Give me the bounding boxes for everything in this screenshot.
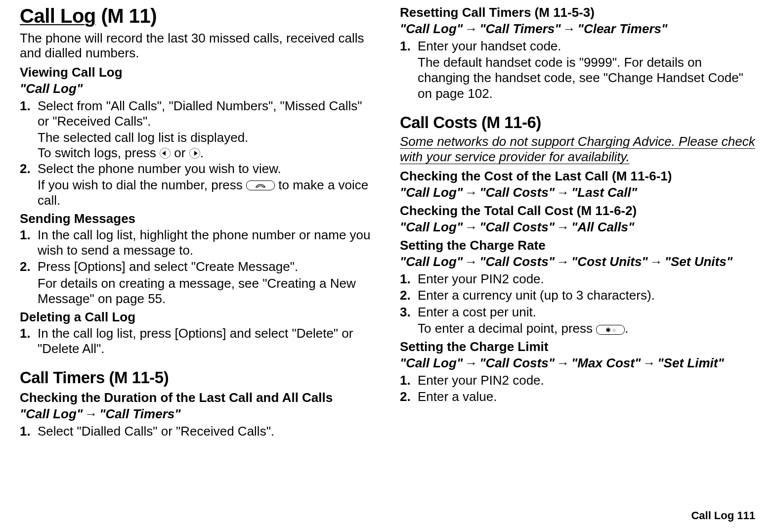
arrow-icon: → xyxy=(557,220,569,234)
intro-text: The phone will record the last 30 missed… xyxy=(20,31,375,61)
nav-rate: "Call Log"→"Call Costs"→"Cost Units"→"Se… xyxy=(400,254,755,269)
arrow-icon: → xyxy=(465,355,477,370)
step: 1. In the call log list, press [Options]… xyxy=(20,326,375,356)
step-sub: The default handset code is "9999". For … xyxy=(418,55,755,101)
heading-viewing: Viewing Call Log xyxy=(20,65,375,80)
step: 1. Enter your PIN2 code. xyxy=(400,373,755,388)
step: 2. Enter a value. xyxy=(400,389,755,404)
heading-rate: Setting the Charge Rate xyxy=(400,238,755,253)
call-key-icon xyxy=(246,180,275,190)
arrow-icon: → xyxy=(557,254,569,269)
step: 2. Enter a currency unit (up to 3 charac… xyxy=(400,288,755,303)
right-column: Resetting Call Timers (M 11-5-3) "Call L… xyxy=(400,5,755,441)
heading-resetting: Resetting Call Timers (M 11-5-3) xyxy=(400,5,755,20)
arrow-icon: → xyxy=(557,185,569,200)
heading-lastcall: Checking the Cost of the Last Call (M 11… xyxy=(400,169,755,184)
arrow-icon: → xyxy=(557,355,569,370)
arrow-icon: → xyxy=(465,254,477,269)
heading-call-timers: Call Timers (M 11-5) xyxy=(20,368,375,387)
step: 1. Select "Dialled Calls" or "Received C… xyxy=(20,424,375,439)
step-sub: To switch logs, press or . xyxy=(38,145,375,161)
nav-call-timers: "Call Log"→"Call Timers" xyxy=(20,406,375,422)
nav-right-icon xyxy=(189,148,200,159)
costs-note: Some networks do not support Charging Ad… xyxy=(400,134,755,165)
nav-totalcost: "Call Log"→"Call Costs"→"All Calls" xyxy=(400,220,755,235)
step-sub: The selected call log list is displayed. xyxy=(38,130,375,145)
page-title: Call Log (M 11) xyxy=(20,5,375,27)
arrow-icon: → xyxy=(563,21,576,36)
arrow-icon: → xyxy=(643,355,655,370)
left-column: Call Log (M 11) The phone will record th… xyxy=(20,5,375,441)
step: 1. Enter your handset code. xyxy=(400,39,755,54)
step: 2. Press [Options] and select "Create Me… xyxy=(20,259,375,274)
arrow-icon: → xyxy=(465,220,477,234)
nav-reset: "Call Log"→"Call Timers"→"Clear Timers" xyxy=(400,21,755,37)
step: 1. Enter your PIN2 code. xyxy=(400,271,755,287)
step: 1. In the call log list, highlight the p… xyxy=(20,227,375,258)
step-sub: If you wish to dial the number, press to… xyxy=(38,177,375,208)
step-sub: To enter a decimal point, press ✱ ⌂. xyxy=(418,321,755,336)
arrow-icon: → xyxy=(465,21,477,36)
page-footer: Call Log 111 xyxy=(691,509,755,522)
nav-viewing: "Call Log" xyxy=(20,81,375,96)
arrow-icon: → xyxy=(85,406,97,421)
heading-totalcost: Checking the Total Call Cost (M 11-6-2) xyxy=(400,203,755,219)
heading-deleting: Deleting a Call Log xyxy=(20,310,375,325)
arrow-icon: → xyxy=(465,185,477,200)
heading-limit: Setting the Charge Limit xyxy=(400,339,755,355)
star-key-icon: ✱ ⌂ xyxy=(596,325,625,335)
step: 2. Select the phone number you wish to v… xyxy=(20,161,375,177)
heading-sending: Sending Messages xyxy=(20,211,375,226)
step-sub: For details on creating a message, see "… xyxy=(38,276,375,307)
arrow-icon: → xyxy=(650,254,663,269)
nav-limit: "Call Log"→"Call Costs"→"Max Cost"→"Set … xyxy=(400,355,755,371)
nav-lastcall: "Call Log"→"Call Costs"→"Last Call" xyxy=(400,185,755,200)
heading-call-costs: Call Costs (M 11-6) xyxy=(400,113,755,132)
step: 1. Select from "All Calls", "Dialled Num… xyxy=(20,98,375,129)
step: 3. Enter a cost per unit. xyxy=(400,305,755,320)
heading-checking-duration: Checking the Duration of the Last Call a… xyxy=(20,390,375,405)
nav-left-icon xyxy=(160,148,171,159)
